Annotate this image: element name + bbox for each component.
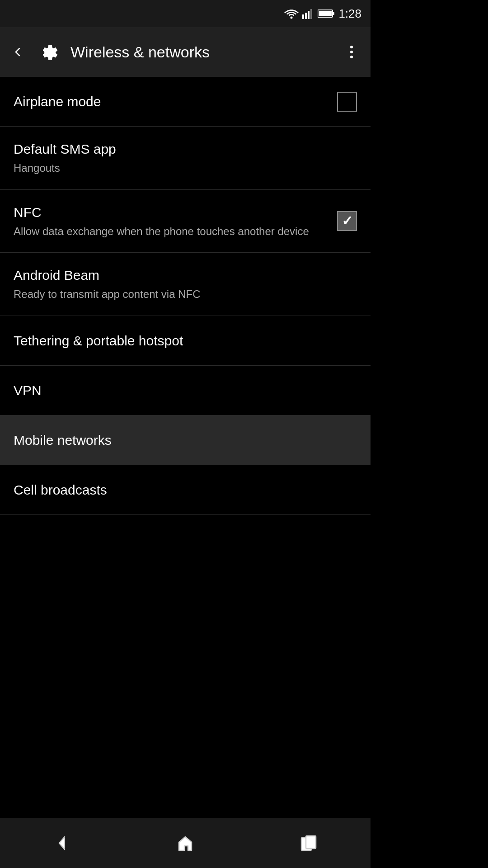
default-sms-app-item[interactable]: Default SMS app Hangouts: [0, 127, 371, 190]
svg-rect-7: [319, 11, 332, 16]
overflow-dot-3: [350, 56, 353, 58]
svg-rect-2: [305, 13, 307, 19]
cell-broadcasts-text: Cell broadcasts: [14, 481, 357, 499]
nfc-subtitle: Allow data exchange when the phone touch…: [14, 224, 337, 239]
mobile-networks-item[interactable]: Mobile networks: [0, 415, 371, 465]
overflow-menu-button[interactable]: [342, 42, 361, 62]
status-time: 1:28: [338, 7, 361, 21]
settings-gear-icon: [34, 38, 61, 66]
settings-content: Airplane mode Default SMS app Hangouts N…: [0, 77, 371, 515]
svg-point-0: [291, 17, 293, 19]
android-beam-subtitle: Ready to transmit app content via NFC: [14, 287, 357, 302]
svg-rect-3: [308, 11, 310, 19]
status-bar: 1:28: [0, 0, 371, 27]
recents-nav-button[interactable]: [247, 818, 371, 868]
nfc-checkbox[interactable]: [337, 211, 357, 231]
android-beam-title: Android Beam: [14, 266, 357, 284]
tethering-text: Tethering & portable hotspot: [14, 332, 357, 349]
mobile-networks-text: Mobile networks: [14, 431, 357, 449]
android-beam-text: Android Beam Ready to transmit app conte…: [14, 266, 357, 302]
nfc-title: NFC: [14, 203, 337, 221]
cell-broadcasts-item[interactable]: Cell broadcasts: [0, 465, 371, 515]
battery-icon: [318, 9, 335, 19]
airplane-mode-checkbox[interactable]: [337, 92, 357, 112]
app-bar-title: Wireless & networks: [70, 43, 333, 61]
default-sms-app-subtitle: Hangouts: [14, 160, 357, 176]
svg-rect-6: [333, 12, 334, 15]
overflow-dot-2: [350, 51, 353, 53]
default-sms-app-text: Default SMS app Hangouts: [14, 140, 357, 176]
airplane-mode-text: Airplane mode: [14, 93, 337, 110]
vpn-title: VPN: [14, 382, 357, 399]
cell-broadcasts-title: Cell broadcasts: [14, 481, 357, 499]
airplane-mode-item[interactable]: Airplane mode: [0, 77, 371, 127]
wifi-icon: [284, 8, 299, 19]
back-nav-button[interactable]: [0, 818, 123, 868]
nav-bar: [0, 818, 371, 868]
android-beam-item[interactable]: Android Beam Ready to transmit app conte…: [0, 253, 371, 316]
signal-icon: [302, 8, 314, 19]
overflow-dot-1: [350, 46, 353, 48]
status-icons: 1:28: [284, 7, 361, 21]
nfc-text: NFC Allow data exchange when the phone t…: [14, 203, 337, 239]
app-bar: Wireless & networks: [0, 27, 371, 77]
airplane-mode-title: Airplane mode: [14, 93, 337, 110]
mobile-networks-title: Mobile networks: [14, 431, 357, 449]
nfc-item[interactable]: NFC Allow data exchange when the phone t…: [0, 190, 371, 253]
default-sms-app-title: Default SMS app: [14, 140, 357, 158]
back-button[interactable]: [9, 44, 25, 60]
svg-rect-4: [310, 9, 312, 19]
vpn-item[interactable]: VPN: [0, 366, 371, 415]
home-nav-button[interactable]: [123, 818, 247, 868]
vpn-text: VPN: [14, 382, 357, 399]
tethering-item[interactable]: Tethering & portable hotspot: [0, 316, 371, 366]
svg-rect-1: [302, 14, 304, 19]
tethering-title: Tethering & portable hotspot: [14, 332, 357, 349]
svg-rect-9: [306, 836, 316, 849]
